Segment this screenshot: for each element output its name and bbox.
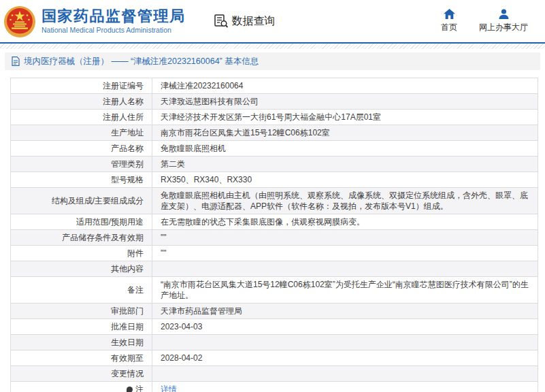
- table-row: 型号规格RX350、RX340、RX330: [11, 172, 538, 188]
- field-value: 天津经济技术开发区第一大街61号周大福金融中心17A层01室: [152, 110, 538, 125]
- field-label: 生产地址: [11, 125, 152, 141]
- table-row: 管理类别第二类: [11, 157, 538, 172]
- registration-info-table: 注册证编号津械注准20232160064注册人名称天津致远慧图科技有限公司注册人…: [10, 78, 538, 392]
- field-label: 其他内容: [11, 261, 152, 277]
- table-row: 产品储存条件及有效期"": [11, 230, 538, 246]
- field-value: 2028-04-02: [152, 350, 538, 366]
- field-label: 备注: [11, 277, 152, 304]
- field-label: 产品名称: [11, 141, 152, 157]
- field-label: 注册证编号: [11, 78, 152, 94]
- field-value: 详情: [152, 382, 538, 392]
- table-row: 产品名称免散瞳眼底照相机: [11, 141, 538, 157]
- nav-home-label: 首页: [441, 22, 457, 33]
- field-label: 产品储存条件及有效期: [11, 230, 152, 246]
- field-label: 附件: [11, 246, 152, 261]
- national-emblem-logo: [3, 5, 36, 38]
- field-label: 适用范围/预期用途: [11, 214, 152, 230]
- document-icon: [12, 56, 20, 66]
- table-row: 注册人名称天津致远慧图科技有限公司: [11, 94, 538, 110]
- site-header: 国家药品监督管理局 National Medical Products Admi…: [0, 0, 545, 42]
- field-value: 2023-04-03: [152, 319, 538, 335]
- field-value: [152, 366, 538, 382]
- table-row: 注详情: [11, 382, 538, 392]
- field-value: 第二类: [152, 157, 538, 172]
- field-value: 天津致远慧图科技有限公司: [152, 94, 538, 110]
- field-value: 南京市雨花台区凤集大道15号12幢C06栋102室: [152, 125, 538, 141]
- top-nav: 首页 网上办事大厅: [441, 9, 528, 33]
- field-label: 管理类别: [11, 157, 152, 172]
- field-label: 批准日期: [11, 319, 152, 335]
- nav-service-hall[interactable]: 网上办事大厅: [479, 9, 528, 33]
- table-row: 其他内容: [11, 261, 538, 277]
- field-value: “南京市雨花台区凤集大道15号12幢C06栋102室”为受托生产企业“南京瞳芯慧…: [152, 277, 538, 304]
- field-value: 津械注准20232160064: [152, 78, 538, 94]
- field-value: 免散瞳眼底照相机: [152, 141, 538, 157]
- field-label: 有效期至: [11, 350, 152, 366]
- nav-data-query[interactable]: 数据查询: [214, 14, 276, 29]
- note-tip-icon: [127, 387, 133, 392]
- field-value: "": [152, 246, 538, 261]
- table-row: 生效日期: [11, 335, 538, 350]
- field-label: 审批部门: [11, 304, 152, 319]
- breadcrumb: 境内医疗器械（注册） —— “津械注准20232160064” 基本信息: [5, 52, 540, 70]
- field-value: [152, 335, 538, 350]
- detail-link[interactable]: 详情: [161, 385, 177, 392]
- field-label: 注册人住所: [11, 110, 152, 125]
- table-row: 附件"": [11, 246, 538, 261]
- table-row: 注册人住所天津经济技术开发区第一大街61号周大福金融中心17A层01室: [11, 110, 538, 125]
- agency-name-cn: 国家药品监督管理局: [42, 8, 186, 24]
- agency-name-en: National Medical Products Administration: [42, 27, 186, 35]
- table-row: 备注“南京市雨花台区凤集大道15号12幢C06栋102室”为受托生产企业“南京瞳…: [11, 277, 538, 304]
- field-value: RX350、RX340、RX330: [152, 172, 538, 188]
- nav-home[interactable]: 首页: [441, 9, 457, 33]
- table-row: 审批部门天津市药品监督管理局: [11, 304, 538, 319]
- field-value: 在无需散瞳的状态下采集眼底图像，供观察视网膜病变。: [152, 214, 538, 230]
- field-label: 型号规格: [11, 172, 152, 188]
- table-row: 注册证编号津械注准20232160064: [11, 78, 538, 94]
- table-row: 生产地址南京市雨花台区凤集大道15号12幢C06栋102室: [11, 125, 538, 141]
- table-row: 适用范围/预期用途在无需散瞳的状态下采集眼底图像，供观察视网膜病变。: [11, 214, 538, 230]
- field-label: 生效日期: [11, 335, 152, 350]
- nav-service-hall-label: 网上办事大厅: [479, 22, 528, 33]
- field-value: "": [152, 230, 538, 246]
- user-icon: [499, 9, 509, 19]
- table-row: 变更情况: [11, 366, 538, 382]
- home-icon: [444, 9, 455, 19]
- field-label: 结构及组成/主要组成成分: [11, 188, 152, 214]
- table-row: 结构及组成/主要组成成分免散瞳眼底照相机由主机（由照明系统、观察系统、成像系统、…: [11, 188, 538, 214]
- field-value: 免散瞳眼底照相机由主机（由照明系统、观察系统、成像系统、双摄定位系统组成，含外壳…: [152, 188, 538, 214]
- table-row: 批准日期2023-04-03: [11, 319, 538, 335]
- page-title: 境内医疗器械（注册） —— “津械注准20232160064” 基本信息: [24, 56, 259, 67]
- field-label: 注: [11, 382, 152, 392]
- field-value: [152, 261, 538, 277]
- agency-title: 国家药品监督管理局 National Medical Products Admi…: [42, 8, 186, 35]
- field-value: 天津市药品监督管理局: [152, 304, 538, 319]
- document-magnifier-icon: [214, 14, 229, 28]
- hatch-strip: [0, 44, 545, 49]
- table-row: 有效期至2028-04-02: [11, 350, 538, 366]
- data-query-label: 数据查询: [232, 14, 276, 29]
- field-label: 注册人名称: [11, 94, 152, 110]
- field-label: 变更情况: [11, 366, 152, 382]
